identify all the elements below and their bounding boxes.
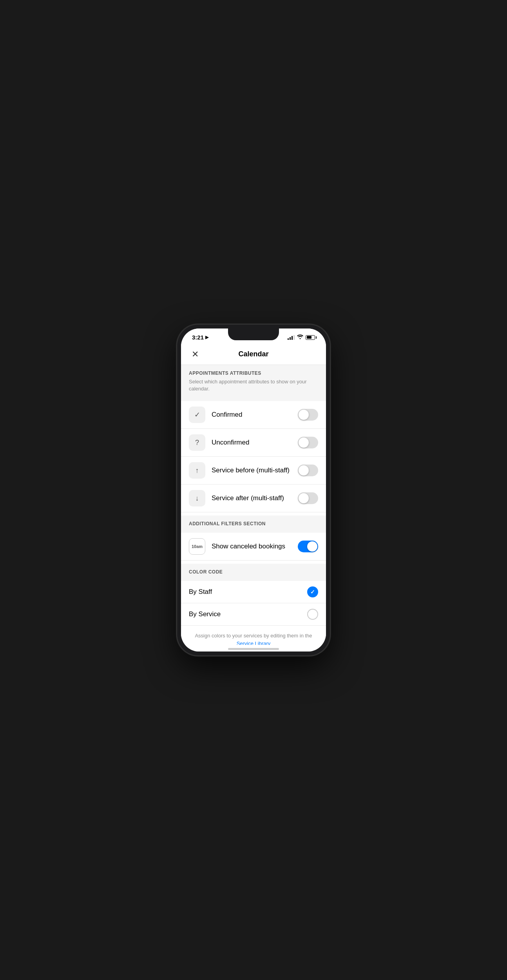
service-after-label: Service after (multi-staff)	[212, 494, 298, 502]
show-canceled-toggle[interactable]	[298, 541, 318, 552]
status-bar: 3:21 ▶	[181, 328, 326, 344]
color-code-section-header: COLOR CODE	[181, 564, 326, 581]
by-service-radio[interactable]	[307, 609, 318, 620]
service-before-row: ↑ Service before (multi-staff)	[181, 457, 326, 485]
service-before-icon: ↑	[189, 462, 205, 479]
service-before-label: Service before (multi-staff)	[212, 466, 298, 474]
status-icons	[288, 334, 315, 340]
signal-bars	[288, 335, 295, 340]
service-before-toggle[interactable]	[298, 465, 318, 476]
filters-section-header: ADDITIONAL FILTERS SECTION	[181, 515, 326, 533]
phone-screen: 3:21 ▶	[181, 328, 326, 652]
phone-frame: 3:21 ▶	[177, 325, 330, 655]
service-after-icon: ↓	[189, 490, 205, 506]
color-code-title: COLOR CODE	[189, 569, 318, 575]
unconfirmed-label: Unconfirmed	[212, 439, 298, 446]
modal-title: Calendar	[238, 350, 268, 358]
confirmed-label: Confirmed	[212, 411, 298, 419]
filters-title: ADDITIONAL FILTERS SECTION	[189, 521, 318, 526]
appointments-title: APPOINTMENTS ATTRIBUTES	[189, 370, 318, 376]
service-library-description: Assign colors to your services by editin…	[195, 633, 312, 639]
unconfirmed-icon: ?	[189, 434, 205, 451]
service-after-row: ↓ Service after (multi-staff)	[181, 485, 326, 512]
battery-icon	[306, 335, 315, 340]
show-canceled-row: 10am Show canceled bookings	[181, 533, 326, 561]
appointments-section-header: APPOINTMENTS ATTRIBUTES Select which app…	[181, 365, 326, 401]
status-time: 3:21 ▶	[192, 334, 208, 341]
confirmed-icon: ✓	[189, 407, 205, 423]
home-indicator	[181, 645, 326, 652]
location-icon: ▶	[205, 335, 208, 340]
by-service-label: By Service	[189, 610, 307, 618]
show-canceled-label: Show canceled bookings	[212, 543, 298, 550]
by-staff-radio[interactable]: ✓	[307, 586, 318, 597]
notch	[228, 328, 279, 340]
close-button[interactable]: ✕	[189, 348, 201, 361]
by-service-row[interactable]: By Service	[181, 603, 326, 626]
wifi-icon	[297, 334, 303, 340]
modal-header: ✕ Calendar	[181, 344, 326, 365]
appointments-subtitle: Select which appointment attributes to s…	[189, 378, 318, 392]
unconfirmed-row: ? Unconfirmed	[181, 429, 326, 457]
by-staff-label: By Staff	[189, 588, 307, 596]
by-staff-row[interactable]: By Staff ✓	[181, 581, 326, 603]
confirmed-toggle[interactable]	[298, 409, 318, 421]
clock-icon: 10am	[189, 538, 205, 555]
unconfirmed-toggle[interactable]	[298, 437, 318, 448]
service-after-toggle[interactable]	[298, 492, 318, 504]
service-library-link[interactable]: Service Library	[237, 641, 271, 645]
main-content: ✕ Calendar APPOINTMENTS ATTRIBUTES Selec…	[181, 344, 326, 645]
service-library-section: Assign colors to your services by editin…	[181, 626, 326, 645]
confirmed-row: ✓ Confirmed	[181, 401, 326, 429]
